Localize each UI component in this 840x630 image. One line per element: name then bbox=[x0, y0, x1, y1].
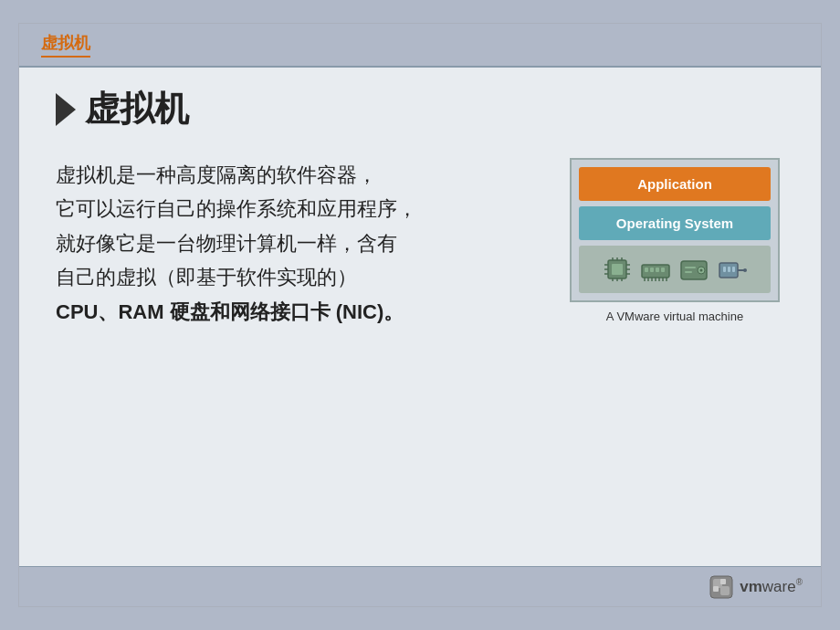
body-line-4: 自己的虚拟（即基于软件实现的） bbox=[56, 260, 538, 294]
body-line-5: CPU、RAM 硬盘和网络接口卡 (NIC)。 bbox=[56, 295, 538, 329]
svg-rect-40 bbox=[713, 586, 719, 592]
svg-rect-1 bbox=[612, 264, 623, 275]
ram-icon bbox=[639, 256, 672, 283]
svg-point-28 bbox=[700, 269, 703, 272]
svg-point-36 bbox=[743, 268, 747, 272]
body-line-3: 就好像它是一台物理计算机一样，含有 bbox=[56, 226, 538, 260]
vm-diagram-section: Application Operating System bbox=[565, 158, 784, 323]
svg-rect-15 bbox=[645, 268, 648, 272]
cpu-icon bbox=[601, 256, 634, 283]
app-layer-label: Application bbox=[637, 176, 712, 192]
nic-icon bbox=[716, 256, 749, 283]
svg-rect-41 bbox=[720, 579, 726, 584]
vm-app-layer: Application bbox=[579, 167, 771, 201]
slide: 虚拟机 虚拟机 虚拟机是一种高度隔离的软件容器， 它可以运行自己的操作系统和应用… bbox=[18, 23, 822, 607]
vmware-logo: vmware® bbox=[709, 574, 803, 600]
main-heading: 虚拟机 bbox=[56, 86, 784, 132]
body-text: 虚拟机是一种高度隔离的软件容器， 它可以运行自己的操作系统和应用程序， 就好像它… bbox=[56, 158, 538, 329]
svg-rect-39 bbox=[720, 586, 730, 595]
svg-rect-29 bbox=[685, 267, 696, 268]
body-area: 虚拟机是一种高度隔离的软件容器， 它可以运行自己的操作系统和应用程序， 就好像它… bbox=[56, 158, 784, 329]
top-bar: 虚拟机 bbox=[19, 24, 821, 68]
svg-rect-33 bbox=[728, 267, 730, 272]
svg-rect-17 bbox=[656, 268, 659, 272]
vmware-brand-text: vmware® bbox=[740, 577, 803, 596]
hdd-icon bbox=[677, 256, 710, 283]
svg-rect-34 bbox=[732, 267, 735, 272]
content-area: 虚拟机 虚拟机是一种高度隔离的软件容器， 它可以运行自己的操作系统和应用程序， … bbox=[19, 68, 821, 347]
vm-os-layer: Operating System bbox=[579, 206, 771, 240]
bullet-triangle-icon bbox=[56, 93, 76, 126]
vm-diagram: Application Operating System bbox=[570, 158, 780, 302]
vmware-logo-icon bbox=[709, 574, 734, 600]
svg-rect-18 bbox=[661, 268, 665, 272]
breadcrumb-title: 虚拟机 bbox=[41, 32, 90, 58]
body-line-1: 虚拟机是一种高度隔离的软件容器， bbox=[56, 158, 538, 192]
page-title: 虚拟机 bbox=[85, 86, 189, 132]
vm-hw-layer bbox=[579, 246, 771, 293]
body-line-2: 它可以运行自己的操作系统和应用程序， bbox=[56, 192, 538, 226]
bottom-bar: vmware® bbox=[19, 566, 821, 606]
diagram-caption: A VMware virtual machine bbox=[606, 310, 743, 323]
svg-rect-30 bbox=[685, 271, 692, 273]
os-layer-label: Operating System bbox=[616, 215, 733, 231]
svg-rect-32 bbox=[723, 267, 726, 272]
svg-rect-16 bbox=[650, 268, 654, 272]
